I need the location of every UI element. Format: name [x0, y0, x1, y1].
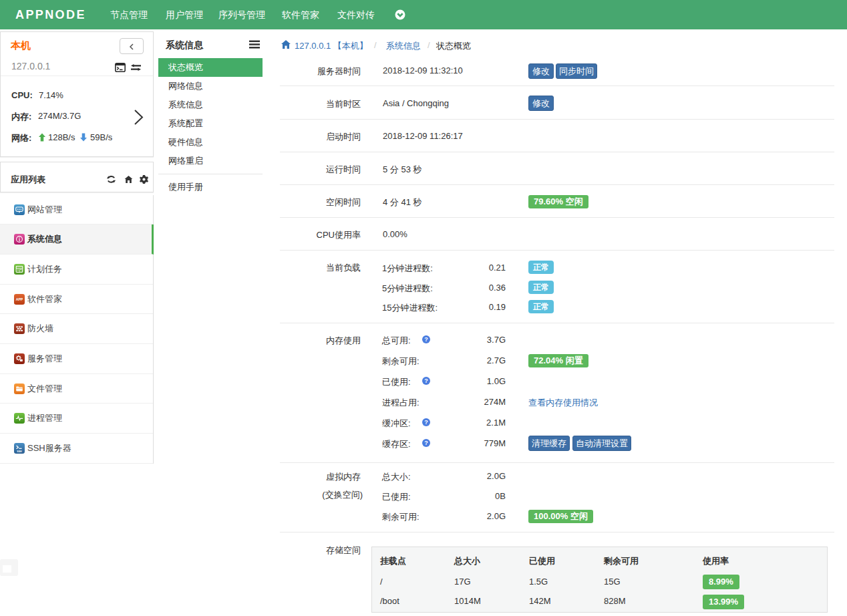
svg-text:SSH: SSH [17, 450, 22, 453]
svg-text:APP: APP [16, 297, 23, 301]
svg-text:APPNODE: APPNODE [15, 8, 84, 21]
